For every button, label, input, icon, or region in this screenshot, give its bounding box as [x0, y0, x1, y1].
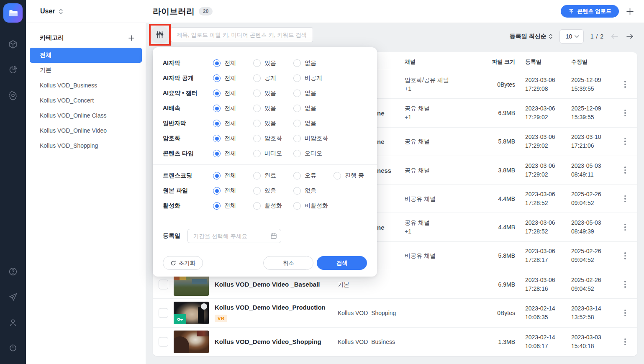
kebab-menu-icon[interactable] [621, 107, 630, 119]
radio-option[interactable]: 완료 [253, 172, 293, 179]
row-checkbox[interactable] [159, 308, 168, 318]
radio-option[interactable]: 비디오 [253, 150, 293, 157]
modified-cell: 2023-05-0308:49:39 [571, 218, 601, 236]
title-fragment: ne [377, 138, 385, 145]
radio-icon [293, 135, 301, 142]
radio-option[interactable]: 있음 [253, 59, 293, 67]
radio-option[interactable]: 오디오 [293, 150, 334, 157]
kebab-menu-icon[interactable] [621, 78, 630, 91]
radio-option[interactable]: 전체 [213, 202, 253, 210]
filter-button[interactable] [151, 26, 169, 44]
content-title[interactable]: Kollus VOD_Demo Video_Shopping [215, 338, 321, 345]
file-size-cell: 5.8MB [446, 138, 515, 145]
radio-option[interactable]: 없음 [293, 90, 334, 97]
radio-option[interactable]: 있음 [253, 120, 293, 127]
radio-option[interactable]: 전체 [213, 59, 253, 67]
sidebar-item-online-video[interactable]: Kollus VOD_Online Video [30, 123, 142, 138]
add-menu-button[interactable] [626, 8, 634, 15]
next-page-button[interactable] [626, 32, 634, 41]
content-title[interactable]: Kollus VOD_Demo Video _Baseball [215, 281, 320, 288]
radio-option[interactable]: 없음 [293, 187, 334, 195]
sidebar-item-concert[interactable]: Kollus VOD_Concert [30, 93, 142, 108]
help-icon[interactable] [8, 267, 18, 277]
channel-cell: Kollus VOD_Business [338, 338, 395, 345]
radio-option[interactable]: 활성화 [253, 202, 293, 210]
reset-button[interactable]: 초기화 [163, 256, 203, 270]
radio-option[interactable]: 비공개 [293, 74, 334, 82]
radio-option[interactable]: 전체 [213, 105, 253, 112]
radio-option[interactable]: 비활성화 [293, 202, 334, 210]
kebab-menu-icon[interactable] [621, 135, 630, 148]
radio-option[interactable]: 없음 [293, 120, 334, 127]
kebab-menu-icon[interactable] [621, 249, 630, 262]
channel-cell: 암호화/공유 채널 [405, 77, 449, 83]
radio-option[interactable]: 전체 [213, 172, 253, 179]
gear-icon[interactable] [8, 90, 18, 100]
radio-option[interactable]: 전체 [213, 187, 253, 195]
filter-date-row: 등록일 [153, 222, 377, 250]
radio-option[interactable]: 전체 [213, 120, 253, 127]
search-input[interactable] [171, 27, 313, 42]
created-cell: 2023-03-0617:28:16 [525, 276, 555, 293]
sidebar-item-online-class[interactable]: Kollus VOD_Online Class [30, 108, 142, 123]
sidebar-item-default[interactable]: 기본 [30, 63, 142, 78]
upload-content-button[interactable]: 콘텐츠 업로드 [561, 5, 619, 18]
page-size-select[interactable]: 10 [559, 29, 584, 44]
radio-option[interactable]: 전체 [213, 74, 253, 82]
radio-option[interactable]: 오류 [293, 172, 334, 179]
kebab-menu-icon[interactable] [621, 164, 630, 177]
user-icon[interactable] [8, 318, 18, 328]
radio-option[interactable]: 전체 [213, 150, 253, 157]
date-range-input[interactable] [187, 229, 281, 243]
channel-cell: 비공유 채널 [405, 252, 436, 259]
power-icon[interactable] [8, 343, 18, 353]
radio-option[interactable]: 공개 [253, 74, 293, 82]
kebab-menu-icon[interactable] [621, 221, 630, 233]
sidebar: User 카테고리 전체 기본 Kollus VOD_Business Koll… [26, 0, 146, 364]
filter-row-original-file: 원본 파일 전체 있음 없음 [153, 183, 377, 198]
prev-page-button[interactable] [611, 32, 619, 41]
add-category-button[interactable] [128, 35, 135, 41]
radio-option[interactable]: 비암호화 [293, 135, 334, 142]
pie-chart-icon[interactable] [8, 65, 18, 75]
calendar-icon[interactable] [270, 233, 277, 239]
radio-option[interactable]: 있음 [253, 105, 293, 112]
sidebar-item-business[interactable]: Kollus VOD_Business [30, 78, 142, 93]
kebab-menu-icon[interactable] [621, 336, 630, 348]
filter-row-ai-subtitle-public: AI자막 공개 전체 공개 비공개 [153, 71, 377, 86]
sort-dropdown[interactable]: 등록일 최신순 [510, 33, 553, 40]
kebab-menu-icon[interactable] [621, 307, 630, 319]
library-app-tile[interactable] [3, 3, 23, 23]
video-thumbnail[interactable] [174, 302, 209, 324]
file-size-cell: 0Bytes [446, 81, 515, 88]
cancel-button[interactable]: 취소 [263, 256, 313, 270]
row-checkbox[interactable] [159, 279, 168, 289]
app-rail [0, 0, 26, 364]
radio-option[interactable]: 없음 [293, 59, 334, 67]
cube-icon[interactable] [8, 39, 18, 49]
radio-icon [293, 105, 301, 112]
row-checkbox[interactable] [159, 337, 168, 346]
workspace-switcher[interactable]: User [26, 0, 146, 23]
radio-option[interactable]: 있음 [253, 187, 293, 195]
radio-option[interactable]: 진행 중 [334, 172, 374, 179]
radio-option[interactable]: 암호화 [253, 135, 293, 142]
search-button[interactable]: 검색 [317, 256, 367, 270]
radio-option[interactable]: 전체 [213, 135, 253, 142]
kebab-menu-icon[interactable] [621, 192, 630, 205]
radio-icon [293, 74, 301, 82]
filter-row-encryption: 암호화 전체 암호화 비암호화 [153, 131, 377, 146]
page-header: 라이브러리 20 콘텐츠 업로드 [146, 0, 644, 23]
radio-option[interactable]: 있음 [253, 90, 293, 97]
sidebar-item-shopping[interactable]: Kollus VOD_Shopping [30, 138, 142, 153]
refresh-icon [170, 260, 176, 266]
radio-option[interactable]: 전체 [213, 90, 253, 97]
modified-cell: 2025-02-2609:04:52 [571, 276, 601, 293]
radio-option[interactable]: 없음 [293, 105, 334, 112]
video-thumbnail[interactable] [174, 331, 209, 353]
send-icon[interactable] [8, 292, 18, 302]
content-title[interactable]: Kollus VOD_Demo Video_Production [215, 304, 326, 311]
channel-extra-count: +1 [405, 228, 411, 235]
kebab-menu-icon[interactable] [621, 278, 630, 291]
sidebar-item-all[interactable]: 전체 [30, 48, 142, 63]
